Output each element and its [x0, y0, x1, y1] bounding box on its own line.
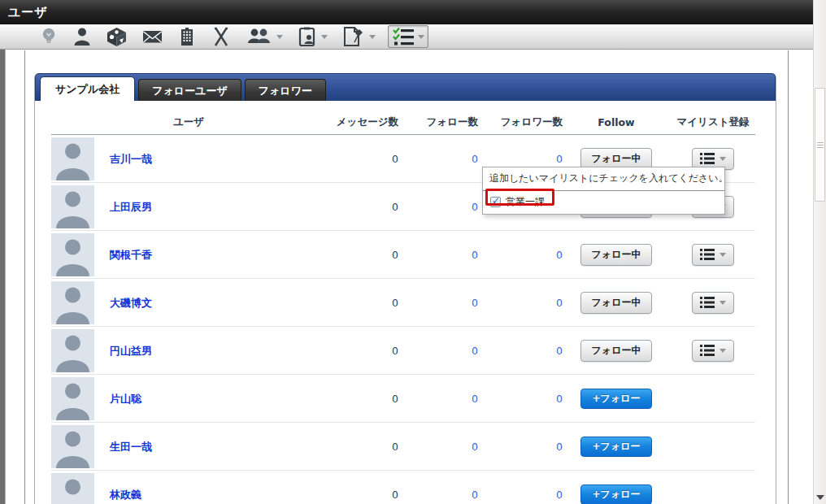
user-name-link[interactable]: 円山益男: [110, 345, 152, 357]
following-button[interactable]: フォロー中: [580, 244, 652, 266]
follow-count-link[interactable]: 0: [406, 345, 480, 357]
message-count: 0: [333, 441, 400, 453]
mylist-dropdown-button[interactable]: [692, 292, 734, 314]
table-row: 林政義 0 0 0 +フォロー: [51, 471, 755, 504]
tab-bar: サンプル会社 フォローユーザ フォロワー: [35, 73, 776, 101]
avatar: [51, 425, 94, 468]
window-left-edge: [0, 50, 6, 504]
table-row: 片山聡 0 0 0 +フォロー: [51, 375, 755, 423]
toolbar: [0, 24, 813, 50]
document-pin-icon[interactable]: [340, 25, 377, 48]
user-name-link[interactable]: 林政義: [110, 489, 141, 501]
scrollbar-thumb[interactable]: [815, 88, 825, 202]
tab-follow-users[interactable]: フォローユーザ: [138, 79, 241, 101]
follow-count-link[interactable]: 0: [406, 153, 480, 165]
scrollbar-grip: [817, 142, 824, 148]
mylist-popup: 追加したいマイリストにチェックを入れてください。 営業一課: [482, 167, 725, 215]
chevron-down-icon: [719, 157, 726, 161]
follow-count-link[interactable]: 0: [406, 297, 480, 309]
title-bar: ユーザ: [0, 0, 813, 24]
tab-followers[interactable]: フォロワー: [245, 79, 326, 101]
follow-count-link[interactable]: 0: [406, 441, 480, 453]
checklist-icon[interactable]: [388, 25, 428, 48]
avatar: [51, 233, 94, 276]
user-name-link[interactable]: 生田一哉: [110, 441, 152, 453]
user-name-link[interactable]: 関根千香: [110, 249, 152, 261]
message-count: 0: [333, 345, 400, 357]
user-name-link[interactable]: 吉川一哉: [110, 153, 152, 165]
app-window: ユーザ: [0, 0, 826, 504]
chevron-down-icon: [719, 253, 726, 257]
table-row: 円山益男 0 0 0 フォロー中: [51, 327, 755, 375]
message-count: 0: [333, 153, 400, 165]
follow-count-link[interactable]: 0: [406, 201, 480, 213]
mylist-dropdown-button[interactable]: [692, 244, 734, 266]
list-icon: [700, 249, 715, 260]
table-row: 生田一哉 0 0 0 +フォロー: [51, 423, 755, 471]
chevron-down-icon: [369, 35, 376, 39]
user-name-link[interactable]: 上田辰男: [110, 201, 152, 213]
mylist-dropdown-button[interactable]: [692, 340, 734, 362]
message-count: 0: [333, 297, 400, 309]
mylist-option-row: 営業一課: [483, 190, 724, 214]
vertical-scrollbar[interactable]: [813, 0, 826, 504]
user-name-link[interactable]: 大磯博文: [110, 297, 152, 309]
header-followers: フォロワー数: [486, 115, 564, 129]
header-user: ユーザ: [51, 115, 326, 129]
header-follow: Follow: [571, 116, 662, 128]
crossed-tools-icon[interactable]: [209, 25, 233, 48]
follower-count-link[interactable]: 0: [486, 153, 564, 165]
users-group-icon[interactable]: [244, 25, 285, 48]
avatar: [51, 137, 94, 180]
follow-button[interactable]: +フォロー: [580, 437, 652, 457]
mylist-option-label[interactable]: 営業一課: [506, 195, 545, 209]
page-title: ユーザ: [8, 5, 48, 20]
chevron-down-icon: [719, 301, 726, 305]
clipboard-user-icon[interactable]: [295, 25, 329, 48]
header-messages: メッセージ数: [333, 115, 400, 129]
list-icon: [700, 345, 715, 356]
lightbulb-icon[interactable]: [37, 25, 60, 48]
follower-count-link[interactable]: 0: [486, 345, 564, 357]
follow-count-link[interactable]: 0: [406, 393, 480, 405]
avatar: [51, 473, 94, 504]
table-row: 関根千香 0 0 0 フォロー中: [51, 231, 755, 279]
follow-count-link[interactable]: 0: [406, 489, 480, 501]
table-row: 大磯博文 0 0 0 フォロー中: [51, 279, 755, 327]
building-icon[interactable]: [176, 25, 198, 48]
avatar: [51, 185, 94, 228]
follow-count-link[interactable]: 0: [406, 249, 480, 261]
follower-count-link[interactable]: 0: [486, 297, 564, 309]
avatar: [51, 377, 94, 420]
header-mylist: マイリスト登録: [668, 115, 758, 129]
chevron-down-icon: [418, 35, 424, 39]
list-icon: [700, 153, 715, 164]
follower-count-link[interactable]: 0: [486, 249, 564, 261]
message-count: 0: [333, 489, 400, 501]
tab-sample-company[interactable]: サンプル会社: [40, 76, 135, 101]
user-name-link[interactable]: 片山聡: [110, 393, 141, 405]
avatar: [51, 329, 94, 372]
table-header-row: ユーザ メッセージ数 フォロー数 フォロワー数 Follow マイリスト登録: [51, 110, 755, 135]
chevron-down-icon: [321, 35, 328, 39]
following-button[interactable]: フォロー中: [580, 340, 652, 362]
mail-icon[interactable]: [140, 25, 165, 48]
message-count: 0: [333, 249, 400, 261]
user-list-card: サンプル会社 フォローユーザ フォロワー ユーザ メッセージ数 フォロー数 フォ…: [34, 73, 776, 504]
follow-button[interactable]: +フォロー: [580, 484, 652, 504]
avatar: [51, 281, 94, 324]
message-count: 0: [333, 201, 400, 213]
follower-count-link[interactable]: 0: [486, 441, 564, 453]
following-button[interactable]: フォロー中: [580, 292, 652, 314]
chevron-down-icon: [719, 349, 726, 353]
chevron-down-icon: [276, 35, 283, 39]
scrollbar-down-arrow[interactable]: [816, 495, 824, 500]
header-follows: フォロー数: [406, 115, 480, 129]
follower-count-link[interactable]: 0: [486, 489, 564, 501]
mylist-popup-message: 追加したいマイリストにチェックを入れてください。: [483, 167, 724, 190]
follower-count-link[interactable]: 0: [486, 393, 564, 405]
cube-icon[interactable]: [104, 25, 129, 48]
follow-button[interactable]: +フォロー: [580, 389, 652, 409]
mylist-option-checkbox[interactable]: [490, 197, 501, 207]
user-icon[interactable]: [71, 25, 93, 48]
